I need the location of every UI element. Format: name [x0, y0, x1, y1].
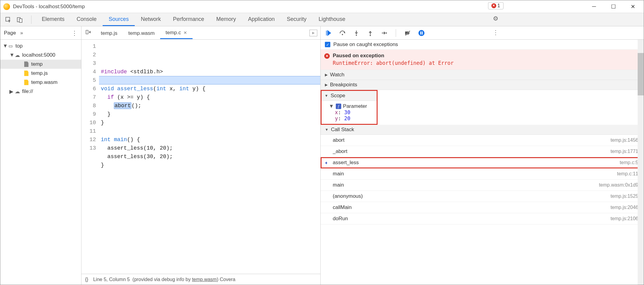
svg-rect-11	[420, 31, 421, 35]
panel-tab-network[interactable]: Network	[135, 13, 167, 26]
svg-point-5	[356, 35, 357, 36]
debugger-toolbar	[321, 26, 644, 40]
panel-tab-performance[interactable]: Performance	[167, 13, 210, 26]
tree-file-temp[interactable]: temp	[0, 60, 81, 69]
navigator-tab-page[interactable]: Page	[4, 30, 16, 36]
debugger-panel: ✓ Pause on caught exceptions ✕ Paused on…	[321, 26, 644, 285]
js-file-icon	[24, 71, 28, 76]
callstack-frame[interactable]: maintemp.wasm:0x1d9	[321, 180, 644, 191]
checkbox-checked-icon[interactable]: ✓	[325, 42, 330, 47]
breakpoints-section-header[interactable]: ▶Breakpoints	[321, 80, 644, 90]
scope-var-x: x: 30	[329, 109, 372, 115]
callstack-section-header[interactable]: ▼Call Stack	[321, 125, 644, 135]
panel-tab-console[interactable]: Console	[71, 13, 103, 26]
pretty-print-icon[interactable]: {}	[85, 277, 88, 282]
error-dot-icon: ✕	[491, 3, 496, 8]
editor-tab-temp-c[interactable]: temp.c✕	[160, 27, 193, 39]
editor-statusbar: {} Line 5, Column 5 (provided via debug …	[81, 274, 320, 285]
panel-tab-sources[interactable]: Sources	[103, 13, 135, 26]
pause-on-caught-row[interactable]: ✓ Pause on caught exceptions	[321, 40, 644, 50]
editor-tab-temp-js[interactable]: temp.js	[95, 27, 123, 39]
callstack-frame[interactable]: callMaintemp.js:2046	[321, 202, 644, 213]
callstack-frame[interactable]: maintemp.c:11	[321, 168, 644, 180]
error-count: 1	[497, 3, 500, 8]
svg-rect-2	[19, 19, 22, 22]
scope-parameter-group[interactable]: ▼ f Parameter	[329, 103, 372, 109]
window-title: DevTools - localhost:5000/temp	[13, 4, 85, 10]
wasm-file-icon	[24, 80, 28, 85]
svg-point-7	[386, 32, 387, 34]
callstack-frame[interactable]: (anonymous)temp.js:1525	[321, 191, 644, 202]
devtools-app-icon	[3, 3, 10, 10]
source-editor-panel: temp.jstemp.wasmtemp.c✕ ▶ 12345678910111…	[81, 26, 321, 285]
document-icon	[24, 61, 28, 67]
panel-tab-lighthouse[interactable]: Lighthouse	[312, 13, 351, 26]
line-gutter: 12345678910111213	[81, 40, 99, 274]
cloud-icon	[14, 88, 20, 94]
current-frame-icon: ➧	[324, 160, 328, 166]
svg-rect-3	[86, 30, 88, 34]
deactivate-breakpoints-button[interactable]	[404, 29, 411, 37]
file-tree: ▼▭top ▼localhost:5000 temp temp.js temp.…	[0, 40, 81, 285]
code-area[interactable]: #include <stdlib.h> void assert_less(int…	[99, 40, 320, 274]
pause-exceptions-button[interactable]	[418, 29, 425, 37]
resume-button[interactable]	[325, 29, 332, 37]
callstack-frame[interactable]: doRuntemp.js:2106	[321, 213, 644, 224]
panel-tab-security[interactable]: Security	[281, 13, 312, 26]
editor-run-snippet-icon[interactable]: ▶	[309, 30, 317, 36]
editor-tab-temp-wasm[interactable]: temp.wasm	[123, 27, 160, 39]
debug-info-link[interactable]: temp.wasm	[192, 277, 217, 282]
inspect-element-icon[interactable]	[4, 15, 12, 24]
tree-file-temp-js[interactable]: temp.js	[0, 69, 81, 78]
callstack-frame[interactable]: ➧assert_lesstemp.c:5	[321, 157, 644, 168]
navigator-more-tabs-icon[interactable]: »	[20, 30, 23, 36]
panel-tab-memory[interactable]: Memory	[210, 13, 242, 26]
debugger-content: ✓ Pause on caught exceptions ✕ Paused on…	[321, 40, 644, 285]
parameter-badge-icon: f	[336, 104, 341, 109]
devtools-toolbar: ElementsConsoleSourcesNetworkPerformance…	[0, 13, 644, 26]
tab-close-icon[interactable]: ✕	[183, 30, 187, 35]
paused-banner: ✕ Paused on exception RuntimeError: abor…	[321, 50, 644, 70]
navigator-menu-icon[interactable]: ⋮	[71, 29, 78, 37]
editor-history-icon[interactable]	[84, 29, 92, 37]
callstack-frame[interactable]: aborttemp.js:1456	[321, 135, 644, 146]
tree-top-frame[interactable]: ▼▭top	[0, 41, 81, 51]
tree-file-temp-wasm[interactable]: temp.wasm	[0, 78, 81, 87]
step-into-button[interactable]	[353, 29, 360, 37]
svg-point-10	[418, 30, 424, 36]
toolbar-separator	[31, 15, 31, 24]
callstack-frame[interactable]: _aborttemp.js:1771	[321, 146, 644, 157]
scope-var-y: y: 20	[329, 115, 372, 121]
step-button[interactable]	[381, 29, 388, 37]
cloud-icon	[14, 52, 20, 58]
device-toggle-icon[interactable]	[15, 15, 24, 24]
step-out-button[interactable]	[367, 29, 374, 37]
error-count-badge[interactable]: ✕ 1	[488, 2, 504, 9]
tree-origin[interactable]: ▼localhost:5000	[0, 51, 81, 60]
svg-rect-12	[422, 31, 423, 35]
svg-point-4	[342, 34, 343, 35]
tree-file-origin[interactable]: ▶file://	[0, 87, 81, 96]
svg-point-6	[370, 35, 371, 36]
vertical-scrollbar[interactable]	[638, 40, 644, 285]
scope-section-header[interactable]: ▼Scope	[322, 91, 377, 101]
cursor-position: Line 5, Column 5 (provided via debug inf…	[93, 277, 236, 282]
watch-section-header[interactable]: ▶Watch	[321, 70, 644, 80]
sources-navigator: Page » ⋮ ▼▭top ▼localhost:5000 temp temp…	[0, 26, 81, 285]
scope-highlight-box: ▼Scope ▼ f Parameter x: 30 y: 20	[321, 90, 378, 125]
error-circle-icon: ✕	[324, 53, 330, 59]
panel-tab-elements[interactable]: Elements	[36, 13, 71, 26]
panel-tab-application[interactable]: Application	[242, 13, 281, 26]
settings-gear-icon[interactable]: ⚙	[491, 14, 500, 23]
step-over-button[interactable]	[339, 29, 346, 37]
